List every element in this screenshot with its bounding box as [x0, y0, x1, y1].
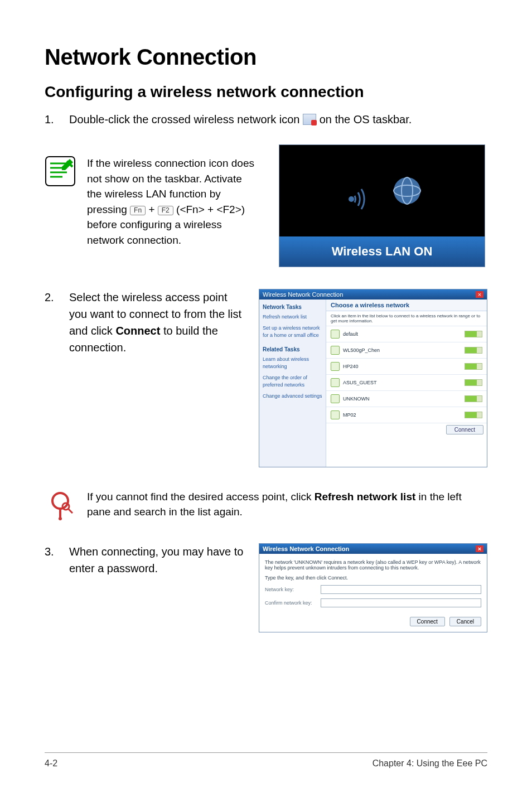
passdlg-desc: The network 'UNKNOWN' requires a network…: [265, 559, 481, 571]
step-3-number: 3.: [45, 543, 69, 560]
connect-button[interactable]: Connect: [446, 425, 483, 434]
ap-ssid: MP02: [343, 412, 461, 418]
svg-point-2: [394, 177, 420, 204]
tip-text-a: If you cannot find the desired access po…: [87, 491, 315, 503]
netlist-title: Wireless Network Connection: [263, 291, 343, 298]
ap-icon: [331, 330, 340, 339]
password-dialog-screenshot: Wireless Network Connection × The networ…: [259, 543, 487, 632]
wlan-on-screenshot: Wireless LAN ON: [279, 144, 485, 267]
f2-key: F2: [158, 206, 173, 215]
confirm-key-label: Confirm network key:: [265, 600, 315, 606]
network-key-label: Network key:: [265, 587, 315, 592]
note-icon: [45, 156, 76, 187]
antenna-icon: [340, 171, 379, 210]
step-3: 3. When connecting, you may have to ente…: [45, 543, 245, 577]
network-list-screenshot: Wireless Network Connection × Network Ta…: [259, 289, 487, 467]
wlan-on-label: Wireless LAN ON: [279, 236, 485, 267]
step-3-body: When connecting, you may have to enter a…: [69, 543, 245, 577]
netlist-desc: Click an item in the list below to conne…: [326, 311, 487, 326]
sidebar-advanced[interactable]: Change advanced settings: [263, 393, 322, 400]
ap-row[interactable]: ASUS_GUEST: [326, 375, 487, 391]
fn-key: Fn: [130, 206, 146, 215]
ap-ssid: ASUS_GUEST: [343, 380, 461, 385]
svg-point-9: [59, 517, 62, 520]
step-1-text-before: Double-click the crossed wireless networ…: [69, 113, 303, 125]
confirm-key-input[interactable]: [321, 598, 481, 607]
sidebar-head-2: Related Tasks: [263, 345, 322, 354]
step-2-connect-word: Connect: [115, 325, 160, 337]
ap-icon: [331, 394, 340, 403]
ap-ssid: WL500gP_Chen: [343, 347, 461, 353]
step-2-body: Select the wireless access point you wan…: [69, 289, 245, 356]
signal-bars-icon: [465, 331, 482, 337]
sidebar-refresh[interactable]: Refresh network list: [263, 313, 322, 321]
step-1: 1. Double-click the crossed wireless net…: [45, 111, 487, 128]
step-2: 2. Select the wireless access point you …: [45, 289, 245, 356]
svg-point-5: [52, 493, 68, 509]
signal-bars-icon: [465, 379, 482, 386]
ap-row[interactable]: UNKNOWN: [326, 391, 487, 407]
signal-bars-icon: [465, 363, 482, 370]
note-plus: +: [148, 204, 157, 215]
close-icon[interactable]: ×: [476, 545, 483, 552]
signal-bars-icon: [465, 347, 482, 354]
ap-icon: [331, 378, 340, 387]
wireless-crossed-icon: [303, 114, 316, 125]
sidebar-learn[interactable]: Learn about wireless networking: [263, 356, 322, 371]
sidebar-setup[interactable]: Set up a wireless network for a home or …: [263, 325, 322, 340]
dialog-cancel-button[interactable]: Cancel: [449, 617, 481, 626]
note-block: If the wireless connection icon does not…: [45, 156, 265, 248]
ap-ssid: UNKNOWN: [343, 396, 461, 402]
sidebar-head-1: Network Tasks: [263, 303, 322, 311]
step-1-text-after: on the OS taskbar.: [320, 113, 412, 125]
sidebar-order[interactable]: Change the order of preferred networks: [263, 374, 322, 389]
netlist-header: Choose a wireless network: [326, 299, 487, 311]
ap-icon: [331, 410, 340, 419]
svg-point-1: [349, 196, 354, 202]
signal-bars-icon: [465, 395, 482, 402]
signal-bars-icon: [465, 412, 482, 418]
netlist-main: Choose a wireless network Click an item …: [326, 299, 487, 467]
ap-row[interactable]: MP02: [326, 407, 487, 423]
globe-icon: [390, 174, 424, 207]
step-1-number: 1.: [45, 111, 69, 128]
ap-ssid: default: [343, 331, 461, 337]
ap-row[interactable]: WL500gP_Chen: [326, 342, 487, 359]
dialog-connect-button[interactable]: Connect: [410, 617, 445, 626]
ap-icon: [331, 362, 340, 371]
tip-bold: Refresh network list: [315, 491, 416, 503]
section-title: Configuring a wireless network connectio…: [45, 83, 487, 101]
passdlg-title: Wireless Network Connection: [263, 545, 349, 552]
note-text: If the wireless connection icon does not…: [87, 156, 254, 248]
ap-icon: [331, 346, 340, 355]
ap-row[interactable]: HP240: [326, 359, 487, 375]
netlist-sidebar: Network Tasks Refresh network list Set u…: [259, 299, 326, 467]
network-key-input[interactable]: [321, 585, 481, 594]
chapter-label: Chapter 4: Using the Eee PC: [373, 758, 487, 769]
close-icon[interactable]: ×: [476, 291, 483, 298]
ap-row[interactable]: default: [326, 326, 487, 342]
passdlg-hint: Type the key, and then click Connect.: [265, 575, 481, 581]
page-number: 4-2: [45, 758, 57, 769]
svg-line-7: [68, 509, 72, 513]
tip-block: If you cannot find the desired access po…: [45, 490, 487, 521]
step-1-body: Double-click the crossed wireless networ…: [69, 111, 487, 128]
step-2-number: 2.: [45, 289, 69, 306]
tip-icon: [45, 490, 76, 521]
page-footer: 4-2 Chapter 4: Using the Eee PC: [45, 752, 487, 769]
tip-text: If you cannot find the desired access po…: [87, 490, 487, 519]
ap-ssid: HP240: [343, 364, 461, 369]
page-title: Network Connection: [45, 45, 487, 70]
